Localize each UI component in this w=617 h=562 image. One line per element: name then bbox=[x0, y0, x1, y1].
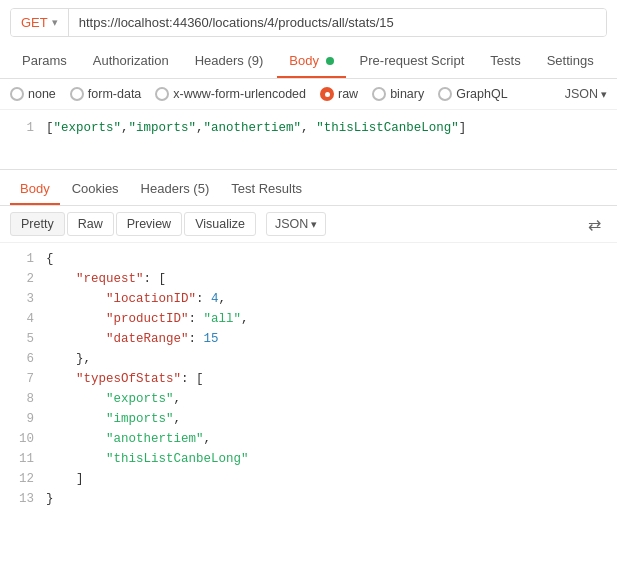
response-format-chevron-icon: ▾ bbox=[311, 218, 317, 231]
tab-response-cookies[interactable]: Cookies bbox=[62, 174, 129, 205]
view-visualize[interactable]: Visualize bbox=[184, 212, 256, 236]
resp-line-6: 6 }, bbox=[0, 349, 617, 369]
url-input[interactable] bbox=[69, 9, 606, 36]
method-chevron-icon: ▾ bbox=[52, 16, 58, 29]
resp-line-8: 8 "exports", bbox=[0, 389, 617, 409]
radio-graphql-circle bbox=[438, 87, 452, 101]
radio-form-data-circle bbox=[70, 87, 84, 101]
resp-line-2: 2 "request": [ bbox=[0, 269, 617, 289]
view-pretty[interactable]: Pretty bbox=[10, 212, 65, 236]
tab-response-test-results[interactable]: Test Results bbox=[221, 174, 312, 205]
line-number-1: 1 bbox=[6, 118, 34, 138]
resp-line-12: 12 ] bbox=[0, 469, 617, 489]
tab-authorization[interactable]: Authorization bbox=[81, 45, 181, 78]
tab-response-body[interactable]: Body bbox=[10, 174, 60, 205]
resp-line-13: 13 } bbox=[0, 489, 617, 509]
radio-raw-label: raw bbox=[338, 87, 358, 101]
tab-body[interactable]: Body bbox=[277, 45, 345, 78]
tab-headers[interactable]: Headers (9) bbox=[183, 45, 276, 78]
resp-line-11: 11 "thisListCanbeLong" bbox=[0, 449, 617, 469]
format-chevron-icon: ▾ bbox=[601, 88, 607, 101]
response-format-dropdown[interactable]: JSON ▾ bbox=[266, 212, 326, 236]
request-body-line[interactable]: 1 ["exports","imports","anothertiem", "t… bbox=[0, 118, 617, 138]
resp-line-3: 3 "locationID": 4, bbox=[0, 289, 617, 309]
view-bar: Pretty Raw Preview Visualize JSON ▾ ⇄ bbox=[0, 206, 617, 243]
resp-line-4: 4 "productID": "all", bbox=[0, 309, 617, 329]
radio-binary-label: binary bbox=[390, 87, 424, 101]
method-select[interactable]: GET ▾ bbox=[11, 9, 69, 36]
response-viewer: 1 { 2 "request": [ 3 "locationID": 4, 4 … bbox=[0, 243, 617, 515]
body-active-dot bbox=[326, 57, 334, 65]
radio-urlencoded[interactable]: x-www-form-urlencoded bbox=[155, 87, 306, 101]
radio-graphql[interactable]: GraphQL bbox=[438, 87, 507, 101]
radio-raw[interactable]: raw bbox=[320, 87, 358, 101]
tab-pre-request[interactable]: Pre-request Script bbox=[348, 45, 477, 78]
request-editor: 1 ["exports","imports","anothertiem", "t… bbox=[0, 110, 617, 170]
wrap-icon[interactable]: ⇄ bbox=[582, 213, 607, 236]
radio-graphql-label: GraphQL bbox=[456, 87, 507, 101]
url-bar: GET ▾ bbox=[10, 8, 607, 37]
radio-binary[interactable]: binary bbox=[372, 87, 424, 101]
resp-line-10: 10 "anothertiem", bbox=[0, 429, 617, 449]
method-label: GET bbox=[21, 15, 48, 30]
response-tabs: Body Cookies Headers (5) Test Results bbox=[0, 174, 617, 206]
request-body-content: ["exports","imports","anothertiem", "thi… bbox=[46, 118, 466, 138]
tab-params[interactable]: Params bbox=[10, 45, 79, 78]
radio-form-data[interactable]: form-data bbox=[70, 87, 142, 101]
resp-line-5: 5 "dateRange": 15 bbox=[0, 329, 617, 349]
radio-none-label: none bbox=[28, 87, 56, 101]
radio-form-data-label: form-data bbox=[88, 87, 142, 101]
view-raw[interactable]: Raw bbox=[67, 212, 114, 236]
format-dropdown[interactable]: JSON ▾ bbox=[565, 87, 607, 101]
radio-binary-circle bbox=[372, 87, 386, 101]
radio-urlencoded-label: x-www-form-urlencoded bbox=[173, 87, 306, 101]
nav-tabs: Params Authorization Headers (9) Body Pr… bbox=[0, 45, 617, 79]
resp-line-7: 7 "typesOfStats": [ bbox=[0, 369, 617, 389]
body-type-bar: none form-data x-www-form-urlencoded raw… bbox=[0, 79, 617, 110]
view-preview[interactable]: Preview bbox=[116, 212, 182, 236]
radio-raw-circle bbox=[320, 87, 334, 101]
response-format-label: JSON bbox=[275, 217, 308, 231]
radio-none[interactable]: none bbox=[10, 87, 56, 101]
tab-settings[interactable]: Settings bbox=[535, 45, 606, 78]
format-label: JSON bbox=[565, 87, 598, 101]
resp-line-1: 1 { bbox=[0, 249, 617, 269]
radio-none-circle bbox=[10, 87, 24, 101]
tab-response-headers[interactable]: Headers (5) bbox=[131, 174, 220, 205]
radio-urlencoded-circle bbox=[155, 87, 169, 101]
resp-line-9: 9 "imports", bbox=[0, 409, 617, 429]
tab-tests[interactable]: Tests bbox=[478, 45, 532, 78]
